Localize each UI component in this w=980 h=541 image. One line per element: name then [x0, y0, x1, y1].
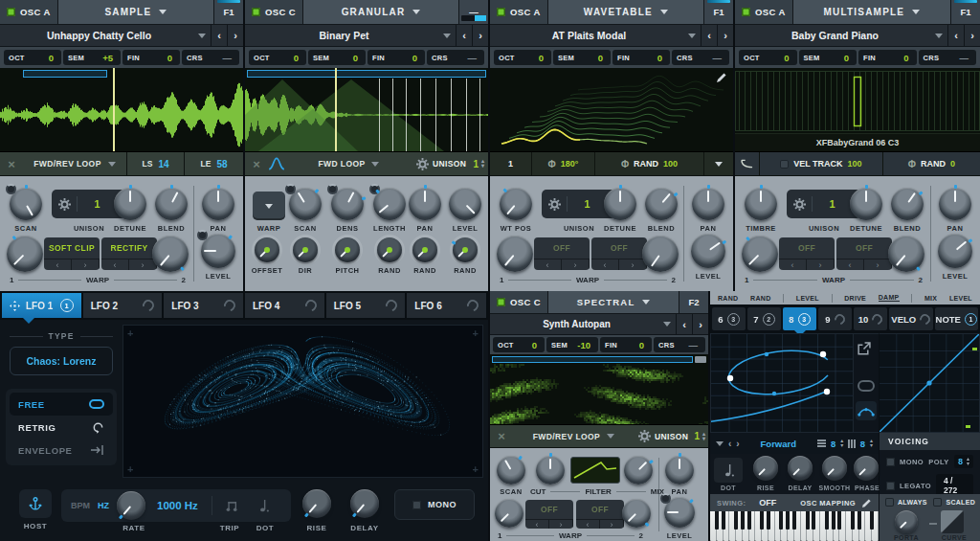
preset-dropdown-icon[interactable] — [935, 34, 943, 38]
piano-black-key[interactable] — [747, 511, 751, 530]
scan-knob[interactable] — [289, 188, 322, 220]
next-icon[interactable] — [549, 520, 573, 529]
rand-knob[interactable] — [453, 237, 478, 262]
loop-off-icon[interactable] — [0, 157, 23, 171]
next-preset-button[interactable] — [964, 25, 980, 46]
piano-black-key[interactable] — [806, 511, 810, 530]
tab-lfo-6[interactable]: LFO 6 — [407, 293, 486, 318]
blend-knob[interactable] — [645, 188, 678, 220]
sem-field[interactable]: SEM0 — [799, 50, 858, 65]
phase-rand-field[interactable]: ΦRAND0 — [883, 152, 980, 175]
warp1-mode[interactable]: OFF — [525, 500, 573, 529]
piano-keyboard[interactable] — [710, 511, 879, 541]
scan-knob[interactable] — [497, 456, 525, 485]
pan-knob[interactable] — [409, 188, 441, 220]
prev-preset-button[interactable] — [701, 25, 717, 46]
mix-knob[interactable] — [624, 456, 653, 485]
crs-field[interactable]: CRS— — [654, 337, 705, 352]
prev-icon[interactable] — [591, 259, 619, 270]
blend-knob[interactable] — [891, 188, 924, 220]
routing-slot[interactable]: F1 — [951, 0, 980, 24]
detune-knob[interactable] — [850, 188, 882, 220]
piano-black-key[interactable] — [734, 511, 738, 530]
tab-lfo-3[interactable]: LFO 3 — [164, 293, 243, 318]
unison-value[interactable]: 1 — [83, 198, 111, 210]
granular-waveform-display[interactable] — [245, 68, 488, 152]
swing-value[interactable]: OFF — [759, 498, 776, 507]
always-checkbox[interactable] — [885, 498, 894, 507]
next-preset-button[interactable] — [227, 25, 243, 46]
dotted-note-icon[interactable] — [258, 500, 269, 512]
osc-mode-dropdown[interactable]: SPECTRAL — [547, 291, 679, 313]
preset-dropdown-icon[interactable] — [688, 34, 696, 38]
loop-mode-dropdown[interactable]: FWD/REV LOOP — [513, 432, 635, 441]
delay-knob[interactable] — [350, 489, 379, 518]
loop-mode-dropdown[interactable]: FWD/REV LOOP — [23, 159, 126, 169]
next-icon[interactable] — [807, 259, 835, 270]
preset-name[interactable]: AT Plaits Modal — [490, 30, 688, 41]
timbre-knob[interactable] — [745, 188, 777, 220]
sem-field[interactable]: SEM-10 — [546, 337, 598, 352]
grid-x-value[interactable]: 8 — [860, 439, 865, 449]
prev-preset-button[interactable] — [211, 25, 227, 46]
sample-waveform-display[interactable] — [0, 68, 243, 152]
level-knob[interactable] — [449, 188, 481, 220]
preset-name[interactable]: Baby Grand Piano — [735, 30, 935, 41]
loop-off-icon[interactable] — [490, 429, 513, 443]
rand-knob[interactable] — [377, 237, 402, 262]
lfo-mode-free[interactable]: FREE — [10, 393, 113, 416]
voices-field[interactable]: 1 — [490, 152, 532, 175]
rate-knob[interactable] — [117, 491, 145, 520]
preset-name[interactable]: Unhappy Chatty Cello — [0, 30, 198, 41]
rise-knob[interactable] — [302, 489, 331, 518]
length-knob[interactable] — [373, 188, 406, 220]
tab-lfo-5[interactable]: LFO 5 — [326, 293, 406, 318]
piano-black-key[interactable] — [870, 511, 874, 530]
bar-dropdown[interactable] — [704, 152, 733, 175]
piano-black-key[interactable] — [786, 511, 790, 530]
piano-black-key[interactable] — [741, 511, 745, 530]
oct-field[interactable]: OCT0 — [493, 337, 545, 352]
tab-velo[interactable]: VELO — [889, 307, 933, 330]
warp1-knob[interactable] — [7, 236, 43, 272]
next-shape-button[interactable] — [736, 439, 739, 449]
prev-shape-button[interactable] — [728, 439, 731, 449]
next-icon[interactable] — [72, 259, 100, 270]
osc-enable-led[interactable] — [497, 8, 505, 16]
tab-lfo-2[interactable]: LFO 2 — [83, 293, 163, 318]
multisample-zone-display[interactable]: XFBabyGrand 06 C3 — [735, 68, 980, 152]
piano-black-key[interactable] — [779, 511, 783, 530]
direction-selector[interactable]: Forward — [745, 439, 813, 449]
preset-dropdown-icon[interactable] — [443, 34, 451, 38]
rand-knob[interactable] — [412, 237, 437, 262]
piano-black-key[interactable] — [851, 511, 855, 530]
fin-field[interactable]: FIN0 — [122, 50, 180, 65]
loop-region[interactable] — [492, 356, 693, 363]
warp1-knob[interactable] — [497, 236, 533, 272]
mono-toggle[interactable]: MONO — [394, 489, 475, 520]
lfo-mode-envelope[interactable]: ENVELOPE — [10, 439, 113, 462]
tab-lfo-4[interactable]: LFO 4 — [245, 293, 324, 318]
stepper-icon[interactable] — [870, 439, 873, 448]
blend-knob[interactable] — [155, 188, 188, 220]
mono-checkbox[interactable] — [412, 501, 421, 509]
loop-mode-dropdown[interactable]: FWD LOOP — [285, 159, 412, 169]
scroll-chip[interactable] — [695, 356, 706, 363]
sem-field[interactable]: SEM0 — [553, 50, 611, 65]
preset-name[interactable]: Binary Pet — [245, 30, 443, 41]
level-knob[interactable] — [691, 234, 725, 268]
osc-mode-dropdown[interactable]: GRANULAR — [302, 0, 459, 24]
scaled-checkbox[interactable] — [933, 498, 942, 507]
sem-field[interactable]: SEM+5 — [63, 50, 121, 65]
grain-shape-icon[interactable] — [268, 157, 285, 170]
oct-field[interactable]: OCT0 — [249, 50, 306, 65]
detune-knob[interactable] — [604, 188, 636, 220]
vel-track-field[interactable]: VEL TRACK100 — [760, 152, 883, 175]
rise-knob[interactable] — [753, 456, 778, 481]
crs-field[interactable]: CRS— — [182, 50, 239, 65]
routing-slot[interactable]: F1 — [214, 0, 243, 24]
prev-icon[interactable] — [525, 520, 549, 529]
tab-mod-7[interactable]: 72 — [747, 307, 781, 330]
pan-knob[interactable] — [202, 188, 234, 220]
loop-start-field[interactable]: LS14 — [126, 152, 184, 175]
